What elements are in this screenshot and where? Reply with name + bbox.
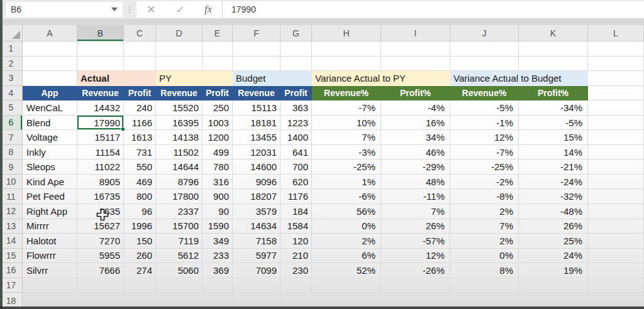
cell-f7[interactable]: 13455: [233, 130, 280, 145]
cell-c5[interactable]: 240: [124, 100, 156, 116]
header-cell-revenue-pct[interactable]: Revenue%: [312, 86, 381, 101]
row-header-7[interactable]: 7: [0, 130, 23, 145]
cell-j8[interactable]: -7%: [450, 145, 519, 160]
app-name-cell-15[interactable]: Flowrrr: [23, 249, 77, 264]
cell-f13[interactable]: 14634: [233, 219, 280, 234]
cell-h8[interactable]: -3%: [312, 145, 381, 160]
cell-l6[interactable]: [588, 116, 644, 131]
cell-j14[interactable]: 2%: [450, 234, 519, 249]
cell-d2[interactable]: [156, 57, 203, 72]
cell-c13[interactable]: 1996: [124, 219, 156, 234]
cell-e8[interactable]: 499: [203, 145, 233, 160]
row-header-11[interactable]: 11: [0, 189, 23, 204]
cell-g9[interactable]: 700: [280, 160, 312, 175]
cell-d15[interactable]: 5612: [156, 249, 203, 264]
cell-g10[interactable]: 620: [280, 175, 312, 190]
cell-k5[interactable]: -34%: [519, 100, 588, 116]
cell-g14[interactable]: 120: [280, 234, 312, 249]
cell-f6[interactable]: 18181: [233, 116, 280, 131]
cell-j17[interactable]: [450, 278, 519, 293]
cell-k11[interactable]: -32%: [519, 189, 588, 204]
column-header-d[interactable]: D: [156, 25, 203, 41]
cell-c7[interactable]: 1613: [124, 130, 156, 145]
cell-b9[interactable]: 11022: [77, 160, 124, 175]
cell-f1[interactable]: [233, 41, 280, 57]
cell-i10[interactable]: 48%: [381, 175, 450, 190]
cell-i9[interactable]: -29%: [381, 160, 450, 175]
name-box[interactable]: B6: [6, 2, 123, 17]
cell-d5[interactable]: 15520: [156, 100, 203, 116]
cell-l10[interactable]: [588, 175, 644, 190]
cell-k14[interactable]: 25%: [519, 234, 588, 249]
cell-d11[interactable]: 17800: [156, 189, 203, 204]
cell-l1[interactable]: [588, 41, 644, 57]
cell-b5[interactable]: 14432: [77, 100, 124, 116]
cell-f11[interactable]: 18207: [233, 189, 280, 204]
row-header-12[interactable]: 12: [0, 204, 23, 219]
cell-d14[interactable]: 7119: [156, 234, 203, 249]
column-header-j[interactable]: J: [450, 25, 519, 41]
cell-j10[interactable]: -2%: [450, 175, 519, 190]
name-box-dropdown-icon[interactable]: [111, 8, 118, 11]
cell-b14[interactable]: 7270: [77, 234, 124, 249]
cell-c17[interactable]: [124, 278, 156, 293]
header-cell-app[interactable]: App: [23, 86, 77, 101]
cell-f15[interactable]: 5977: [233, 249, 280, 264]
cell-e15[interactable]: 233: [203, 249, 233, 264]
cell-h5[interactable]: -7%: [312, 100, 381, 116]
cell-b17[interactable]: [77, 278, 124, 293]
cell-h14[interactable]: 2%: [312, 234, 381, 249]
cell-h17[interactable]: [312, 278, 381, 293]
cell-i7[interactable]: 34%: [381, 130, 450, 145]
app-name-cell-8[interactable]: Inkly: [23, 145, 77, 160]
cell-e12[interactable]: 90: [203, 204, 233, 219]
cell-i12[interactable]: 7%: [381, 204, 450, 219]
header-cell-profit[interactable]: Profit: [124, 86, 156, 101]
app-name-cell-13[interactable]: Mirrrr: [23, 219, 77, 234]
column-header-g[interactable]: G: [280, 25, 312, 41]
cell-d17[interactable]: [156, 278, 203, 293]
cell-f10[interactable]: 9096: [233, 175, 280, 190]
cell-g15[interactable]: 210: [280, 249, 312, 264]
cell-e6[interactable]: 1003: [203, 116, 233, 131]
column-header-h[interactable]: H: [312, 25, 381, 41]
cell-l4[interactable]: [588, 86, 644, 101]
cell-a1[interactable]: [23, 41, 77, 57]
cell-l16[interactable]: [588, 263, 644, 278]
cell-f5[interactable]: 15113: [233, 100, 280, 116]
cell-l3[interactable]: [588, 71, 644, 86]
cell-i14[interactable]: -57%: [381, 234, 450, 249]
formula-input[interactable]: 17990: [222, 1, 644, 18]
cell-e13[interactable]: 1590: [203, 219, 233, 234]
cell-h6[interactable]: 10%: [312, 116, 381, 131]
cell-i1[interactable]: [381, 41, 450, 57]
header-cell-profit-pct[interactable]: Profit%: [519, 86, 588, 101]
row-header-16[interactable]: 16: [0, 263, 23, 278]
row-header-5[interactable]: 5: [0, 100, 23, 116]
cell-k2[interactable]: [519, 57, 588, 72]
cell-i8[interactable]: 46%: [381, 145, 450, 160]
cell-b1[interactable]: [77, 41, 124, 57]
cell-l12[interactable]: [588, 204, 644, 219]
cell-i2[interactable]: [381, 57, 450, 72]
insert-function-icon[interactable]: fx: [204, 4, 212, 15]
row-header-9[interactable]: 9: [0, 160, 23, 175]
cell-j5[interactable]: -5%: [450, 100, 519, 116]
cell-k12[interactable]: -48%: [519, 204, 588, 219]
cell-d12[interactable]: 2337: [156, 204, 203, 219]
cell-j6[interactable]: -1%: [450, 116, 519, 131]
cell-j12[interactable]: 2%: [450, 204, 519, 219]
cancel-icon[interactable]: ✕: [147, 3, 155, 16]
group-header-0[interactable]: Actual: [77, 71, 156, 86]
app-name-cell-12[interactable]: Right App: [23, 204, 77, 219]
cell-d1[interactable]: [156, 41, 203, 57]
row-header-6[interactable]: 6: [0, 116, 23, 131]
row-header-8[interactable]: 8: [0, 145, 23, 160]
cell-l15[interactable]: [588, 249, 644, 264]
cell-k7[interactable]: 15%: [519, 130, 588, 145]
cell-d9[interactable]: 14644: [156, 160, 203, 175]
header-cell-revenue[interactable]: Revenue: [77, 86, 124, 101]
cell-e9[interactable]: 780: [203, 160, 233, 175]
cell-l17[interactable]: [588, 278, 644, 293]
group-header-1[interactable]: PY: [156, 71, 233, 86]
